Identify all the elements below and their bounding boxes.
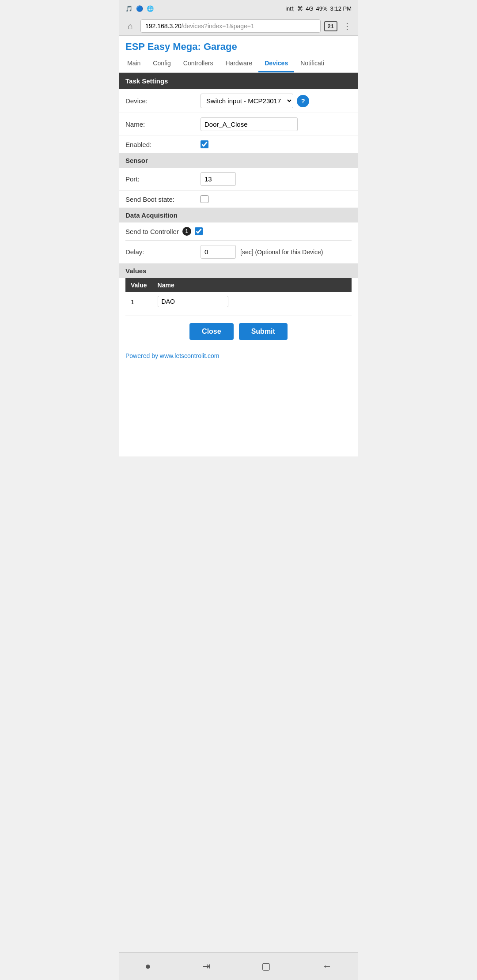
url-bar[interactable]: 192.168.3.20/devices?index=1&page=1 bbox=[140, 19, 321, 33]
send-to-controller-checkbox[interactable] bbox=[195, 227, 203, 235]
url-base: 192.168.3.20 bbox=[145, 23, 182, 30]
values-table: Value Name 1 bbox=[125, 278, 352, 311]
page-content: ESP Easy Mega: Garage Main Config Contro… bbox=[119, 36, 358, 456]
spacer bbox=[119, 368, 358, 456]
url-path: /devices?index=1&page=1 bbox=[182, 23, 254, 30]
device-row: Device: Switch input - MCP23017 ? bbox=[119, 89, 358, 113]
port-input[interactable] bbox=[201, 172, 236, 186]
submit-button[interactable]: Submit bbox=[239, 323, 288, 340]
close-button[interactable]: Close bbox=[189, 323, 234, 340]
icon-circle: 🔵 bbox=[136, 5, 143, 12]
device-select[interactable]: Switch input - MCP23017 bbox=[201, 94, 293, 108]
battery-level: 49% bbox=[316, 5, 328, 12]
send-to-controller-row: Send to Controller 1 bbox=[119, 222, 358, 240]
icon-music: 🎵 bbox=[125, 5, 132, 12]
values-section: Value Name 1 bbox=[119, 278, 358, 316]
tab-controllers[interactable]: Controllers bbox=[177, 55, 220, 72]
send-to-controller-label: Send to Controller bbox=[125, 228, 179, 235]
footer-anchor[interactable]: Powered by www.letscontrolit.com bbox=[125, 352, 219, 359]
row-value: 1 bbox=[125, 292, 152, 311]
col-header-value: Value bbox=[125, 278, 152, 292]
status-right-info: intf; ⌘ 4G 49% 3:12 PM bbox=[285, 5, 352, 12]
tab-config[interactable]: Config bbox=[147, 55, 177, 72]
row-name-input[interactable] bbox=[158, 296, 228, 307]
bluetooth-icon: intf; bbox=[285, 5, 295, 12]
wifi-icon: ⌘ bbox=[297, 5, 303, 12]
send-boot-state-checkbox[interactable] bbox=[201, 195, 208, 203]
values-header: Values bbox=[119, 264, 358, 278]
page-title: ESP Easy Mega: Garage bbox=[119, 36, 358, 55]
help-button[interactable]: ? bbox=[297, 95, 309, 107]
footer-link[interactable]: Powered by www.letscontrolit.com bbox=[119, 347, 358, 368]
name-input[interactable] bbox=[201, 117, 298, 131]
signal-indicator: 4G bbox=[306, 5, 313, 12]
delay-suffix: [sec] (Optional for this Device) bbox=[240, 249, 323, 256]
name-row: Name: bbox=[119, 113, 358, 136]
send-boot-state-label: Send Boot state: bbox=[125, 196, 196, 203]
send-to-controller-badge: 1 bbox=[182, 227, 191, 236]
device-select-wrap: Switch input - MCP23017 ? bbox=[201, 94, 309, 108]
home-icon[interactable]: ⌂ bbox=[124, 19, 137, 33]
clock: 3:12 PM bbox=[330, 5, 352, 12]
tabs-bar: Main Config Controllers Hardware Devices… bbox=[119, 55, 358, 73]
menu-dots[interactable]: ⋮ bbox=[341, 21, 353, 31]
port-label: Port: bbox=[125, 175, 196, 183]
device-label: Device: bbox=[125, 97, 196, 105]
col-header-name: Name bbox=[152, 278, 352, 292]
enabled-checkbox[interactable] bbox=[201, 140, 208, 148]
tab-notifications[interactable]: Notificati bbox=[294, 55, 330, 72]
tab-devices[interactable]: Devices bbox=[258, 55, 294, 72]
button-row: Close Submit bbox=[119, 316, 358, 347]
port-row: Port: bbox=[119, 168, 358, 191]
row-name-cell bbox=[152, 292, 352, 311]
tab-hardware[interactable]: Hardware bbox=[220, 55, 259, 72]
status-bar: 🎵 🔵 🌐 intf; ⌘ 4G 49% 3:12 PM bbox=[119, 0, 358, 17]
name-label: Name: bbox=[125, 121, 196, 128]
tab-count[interactable]: 21 bbox=[324, 21, 337, 31]
sensor-header: Sensor bbox=[119, 153, 358, 168]
browser-bar: ⌂ 192.168.3.20/devices?index=1&page=1 21… bbox=[119, 17, 358, 36]
delay-row: Delay: [sec] (Optional for this Device) bbox=[119, 241, 358, 264]
tab-main[interactable]: Main bbox=[121, 55, 147, 72]
data-acquisition-header: Data Acquisition bbox=[119, 208, 358, 222]
enabled-label: Enabled: bbox=[125, 141, 196, 148]
delay-label: Delay: bbox=[125, 248, 196, 256]
status-left-icons: 🎵 🔵 🌐 bbox=[125, 5, 154, 12]
send-boot-state-row: Send Boot state: bbox=[119, 191, 358, 208]
task-settings-header: Task Settings bbox=[119, 73, 358, 89]
icon-globe: 🌐 bbox=[147, 5, 154, 12]
delay-input[interactable] bbox=[201, 245, 236, 259]
table-row: 1 bbox=[125, 292, 352, 311]
enabled-row: Enabled: bbox=[119, 136, 358, 153]
